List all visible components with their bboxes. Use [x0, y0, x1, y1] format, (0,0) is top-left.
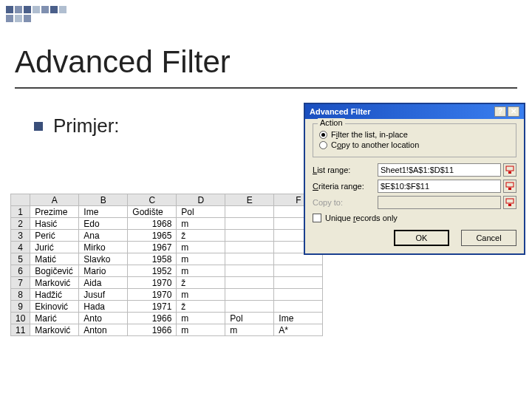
col-header[interactable]: D: [177, 194, 225, 206]
cell[interactable]: 1967: [128, 242, 177, 253]
cell[interactable]: 1971: [128, 301, 177, 313]
row-header[interactable]: 2: [11, 218, 30, 230]
col-header[interactable]: B: [79, 194, 128, 206]
row-header[interactable]: 5: [11, 253, 30, 265]
cell[interactable]: [225, 265, 274, 277]
row-header[interactable]: 1: [11, 206, 30, 218]
help-button[interactable]: ?: [494, 106, 506, 117]
cell[interactable]: ž: [177, 230, 225, 242]
cell[interactable]: A*: [274, 324, 323, 336]
cell[interactable]: 1966: [128, 324, 177, 336]
cell[interactable]: Matić: [30, 253, 79, 265]
cell[interactable]: Marković: [30, 277, 79, 289]
cell[interactable]: m: [177, 289, 225, 301]
row-header[interactable]: 3: [11, 230, 30, 242]
dialog-titlebar[interactable]: Advanced Filter ? ✕: [305, 104, 524, 119]
row-header[interactable]: 7: [11, 277, 30, 289]
cell[interactable]: [225, 253, 274, 265]
cell[interactable]: 1958: [128, 253, 177, 265]
cell[interactable]: [225, 301, 274, 313]
cell[interactable]: Aida: [79, 277, 128, 289]
cell[interactable]: Anto: [79, 313, 128, 324]
row-header[interactable]: 8: [11, 289, 30, 301]
cell[interactable]: [225, 218, 274, 230]
cell[interactable]: m: [177, 313, 225, 324]
cell[interactable]: m: [177, 242, 225, 253]
copy-to-ref-button[interactable]: [503, 196, 516, 209]
cell[interactable]: 1966: [128, 313, 177, 324]
radio-icon: [319, 131, 327, 139]
cell[interactable]: Ime: [79, 206, 128, 218]
cell[interactable]: m: [225, 324, 274, 336]
cell[interactable]: Mario: [79, 265, 128, 277]
cell[interactable]: Anton: [79, 324, 128, 336]
cell[interactable]: [225, 277, 274, 289]
col-header[interactable]: C: [128, 194, 177, 206]
cell[interactable]: Edo: [79, 218, 128, 230]
svg-rect-4: [506, 199, 514, 203]
cell[interactable]: 1970: [128, 277, 177, 289]
col-header[interactable]: A: [30, 194, 79, 206]
cell[interactable]: [225, 230, 274, 242]
cell[interactable]: Bogičević: [30, 265, 79, 277]
cell[interactable]: ž: [177, 301, 225, 313]
radio-copy-to-location[interactable]: Copy to another location: [319, 140, 510, 149]
cell[interactable]: 1968: [128, 218, 177, 230]
cell[interactable]: Mirko: [79, 242, 128, 253]
unique-records-checkbox[interactable]: Unique records only: [313, 214, 516, 222]
help-icon: ?: [498, 107, 502, 115]
row-header[interactable]: 9: [11, 301, 30, 313]
action-legend: Action: [318, 118, 345, 127]
spreadsheet[interactable]: A B C D E F 1PrezimeImeGodištePol 2Hasić…: [10, 194, 323, 336]
cell[interactable]: Hada: [79, 301, 128, 313]
cell[interactable]: Marković: [30, 324, 79, 336]
cell[interactable]: [274, 265, 323, 277]
list-range-ref-button[interactable]: [503, 163, 516, 177]
cell[interactable]: [225, 289, 274, 301]
ok-button[interactable]: OK: [394, 230, 449, 246]
cell[interactable]: [274, 277, 323, 289]
cancel-button[interactable]: Cancel: [461, 230, 516, 246]
cell[interactable]: Pol: [177, 206, 225, 218]
list-range-input[interactable]: [378, 163, 501, 177]
cell[interactable]: [225, 206, 274, 218]
cell[interactable]: Hadžić: [30, 289, 79, 301]
row-header[interactable]: 6: [11, 265, 30, 277]
cell[interactable]: m: [177, 324, 225, 336]
cell[interactable]: Ekinović: [30, 301, 79, 313]
criteria-range-input[interactable]: [378, 180, 501, 193]
cell[interactable]: 1970: [128, 289, 177, 301]
col-header[interactable]: E: [225, 194, 274, 206]
cell[interactable]: Godište: [128, 206, 177, 218]
row-header[interactable]: 11: [11, 324, 30, 336]
cell[interactable]: Hasić: [30, 218, 79, 230]
cell[interactable]: 1952: [128, 265, 177, 277]
cell[interactable]: m: [177, 218, 225, 230]
row-header[interactable]: 10: [11, 313, 30, 324]
radio-filter-in-place[interactable]: Filter the list, in-place: [319, 130, 510, 139]
criteria-range-ref-button[interactable]: [503, 180, 516, 193]
table-row: 10MarićAnto1966mPolIme: [11, 313, 323, 324]
cell[interactable]: Pol: [225, 313, 274, 324]
row-header[interactable]: 4: [11, 242, 30, 253]
close-button[interactable]: ✕: [508, 106, 519, 117]
cell[interactable]: m: [177, 265, 225, 277]
cell[interactable]: Perić: [30, 230, 79, 242]
cell[interactable]: Slavko: [79, 253, 128, 265]
cell[interactable]: Ana: [79, 230, 128, 242]
bullet-icon: [34, 122, 43, 131]
cell[interactable]: m: [177, 253, 225, 265]
cell[interactable]: 1965: [128, 230, 177, 242]
cell[interactable]: Marić: [30, 313, 79, 324]
svg-rect-2: [506, 183, 514, 187]
cell[interactable]: Ime: [274, 313, 323, 324]
cell[interactable]: [225, 242, 274, 253]
cell[interactable]: ž: [177, 277, 225, 289]
cell[interactable]: Prezime: [30, 206, 79, 218]
table-row: 2HasićEdo1968m: [11, 218, 323, 230]
cell[interactable]: [274, 301, 323, 313]
cell[interactable]: [274, 289, 323, 301]
cell[interactable]: Jusuf: [79, 289, 128, 301]
select-all-corner[interactable]: [11, 194, 30, 206]
cell[interactable]: Jurić: [30, 242, 79, 253]
